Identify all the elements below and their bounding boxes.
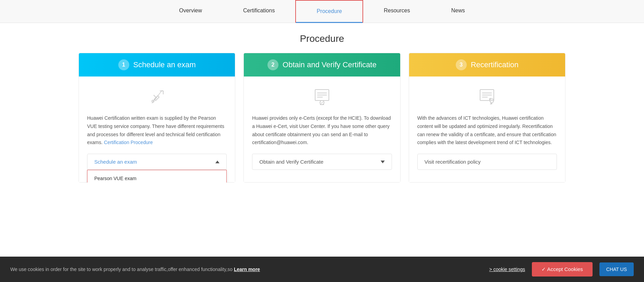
nav-news[interactable]: News (431, 0, 486, 23)
card-recert: 3 Recertification With the advances of I… (409, 53, 565, 183)
nav-certifications[interactable]: Certifications (223, 0, 295, 23)
recert-action-label: Visit recertification policy (425, 159, 481, 165)
card-schedule-header: 1 Schedule an exam (79, 53, 235, 77)
step-1-circle: 1 (118, 59, 129, 70)
schedule-dropdown-wrapper: Schedule an exam Pearson VUE exam HCIE L… (87, 154, 227, 170)
recert-action-button[interactable]: Visit recertification policy (417, 154, 557, 170)
step-2-circle: 2 (267, 59, 278, 70)
procedure-cards: 1 Schedule an exam Huawei Certification … (65, 53, 579, 183)
obtain-action-label: Obtain and Verify Certificate (259, 159, 323, 165)
card-obtain-header: 2 Obtain and Verify Certificate (244, 53, 400, 77)
obtain-action-button[interactable]: Obtain and Verify Certificate (252, 154, 392, 170)
card-recert-title: Recertification (471, 60, 518, 69)
dropdown-item-pearsonvue[interactable]: Pearson VUE exam (87, 170, 226, 183)
card-obtain: 2 Obtain and Verify Certificate Huawei p… (243, 53, 400, 183)
obtain-icon (252, 87, 392, 107)
card-schedule-body: Huawei Certification written exam is sup… (79, 77, 235, 182)
card-schedule-text: Huawei Certification written exam is sup… (87, 114, 227, 147)
svg-point-0 (152, 100, 154, 102)
card-recert-text: With the advances of ICT technologies, H… (417, 114, 557, 147)
recert-icon (417, 87, 557, 107)
nav-overview[interactable]: Overview (158, 0, 223, 23)
chevron-down-icon (381, 161, 385, 163)
card-recert-body: With the advances of ICT technologies, H… (409, 77, 565, 182)
certification-procedure-link[interactable]: Certification Procedure (104, 140, 153, 145)
card-obtain-title: Obtain and Verify Certificate (283, 60, 377, 69)
navigation: Overview Certifications Procedure Resour… (0, 0, 644, 23)
schedule-dropdown-menu: Pearson VUE exam HCIE Lab and Interview … (87, 170, 227, 183)
card-recert-header: 3 Recertification (409, 53, 565, 77)
schedule-action-button[interactable]: Schedule an exam (87, 154, 227, 170)
nav-resources[interactable]: Resources (363, 0, 430, 23)
chevron-up-icon (215, 161, 219, 163)
schedule-icon (87, 87, 227, 107)
card-obtain-text: Huawei provides only e-Certs (except for… (252, 114, 392, 147)
card-schedule: 1 Schedule an exam Huawei Certification … (79, 53, 235, 183)
card-obtain-body: Huawei provides only e-Certs (except for… (244, 77, 400, 182)
step-3-circle: 3 (456, 59, 467, 70)
nav-procedure[interactable]: Procedure (295, 0, 363, 23)
card-schedule-title: Schedule an exam (133, 60, 196, 69)
schedule-action-label: Schedule an exam (94, 159, 137, 165)
page-title: Procedure (0, 23, 644, 53)
